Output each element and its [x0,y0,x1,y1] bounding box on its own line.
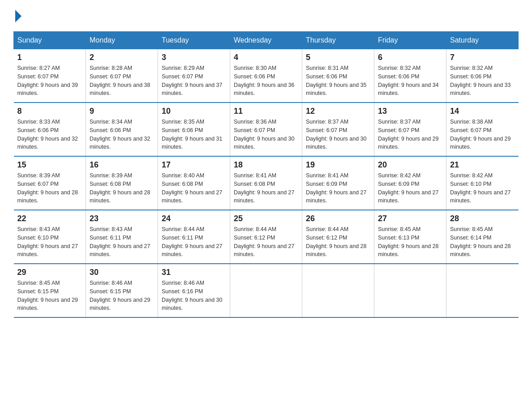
day-number: 7 [450,53,515,62]
day-number: 6 [378,53,442,62]
day-info: Sunrise: 8:43 AMSunset: 6:10 PMDaylight:… [17,226,78,257]
calendar-cell: 13 Sunrise: 8:37 AMSunset: 6:07 PMDaylig… [374,103,446,156]
calendar-cell: 5 Sunrise: 8:31 AMSunset: 6:06 PMDayligh… [302,49,374,103]
day-info: Sunrise: 8:32 AMSunset: 6:06 PMDaylight:… [378,65,439,96]
calendar-cell: 1 Sunrise: 8:27 AMSunset: 6:07 PMDayligh… [14,49,86,103]
day-number: 18 [234,160,298,170]
calendar-cell [446,264,519,317]
weekday-header-thursday: Thursday [302,32,374,49]
day-info: Sunrise: 8:31 AMSunset: 6:06 PMDaylight:… [306,65,367,96]
calendar-cell: 17 Sunrise: 8:40 AMSunset: 6:08 PMDaylig… [158,156,230,210]
day-info: Sunrise: 8:40 AMSunset: 6:08 PMDaylight:… [162,172,223,204]
calendar-cell: 20 Sunrise: 8:42 AMSunset: 6:09 PMDaylig… [374,156,446,210]
calendar-cell: 14 Sunrise: 8:38 AMSunset: 6:07 PMDaylig… [446,103,519,156]
calendar-cell [302,264,374,317]
day-info: Sunrise: 8:42 AMSunset: 6:10 PMDaylight:… [450,172,511,204]
day-info: Sunrise: 8:46 AMSunset: 6:15 PMDaylight:… [90,280,150,311]
day-info: Sunrise: 8:32 AMSunset: 6:06 PMDaylight:… [450,65,511,96]
day-number: 16 [90,160,154,170]
day-number: 3 [162,53,226,62]
calendar-cell: 3 Sunrise: 8:29 AMSunset: 6:07 PMDayligh… [158,49,230,103]
day-number: 29 [17,268,82,277]
day-number: 10 [162,107,226,116]
week-row-4: 22 Sunrise: 8:43 AMSunset: 6:10 PMDaylig… [14,210,519,264]
day-info: Sunrise: 8:35 AMSunset: 6:06 PMDaylight:… [162,119,223,150]
calendar-cell: 23 Sunrise: 8:43 AMSunset: 6:11 PMDaylig… [86,210,158,264]
week-row-2: 8 Sunrise: 8:33 AMSunset: 6:06 PMDayligh… [14,103,519,156]
calendar-cell: 6 Sunrise: 8:32 AMSunset: 6:06 PMDayligh… [374,49,446,103]
calendar-cell: 25 Sunrise: 8:44 AMSunset: 6:12 PMDaylig… [230,210,302,264]
day-info: Sunrise: 8:46 AMSunset: 6:16 PMDaylight:… [162,280,223,311]
day-number: 30 [90,268,154,277]
day-info: Sunrise: 8:44 AMSunset: 6:11 PMDaylight:… [162,226,223,257]
weekday-header-saturday: Saturday [446,32,519,49]
day-info: Sunrise: 8:45 AMSunset: 6:13 PMDaylight:… [378,226,439,257]
day-number: 26 [306,214,370,223]
day-number: 17 [162,160,226,170]
logo [13,9,21,22]
calendar-cell: 10 Sunrise: 8:35 AMSunset: 6:06 PMDaylig… [158,103,230,156]
day-info: Sunrise: 8:33 AMSunset: 6:06 PMDaylight:… [17,119,78,150]
day-info: Sunrise: 8:45 AMSunset: 6:14 PMDaylight:… [450,226,511,257]
day-info: Sunrise: 8:27 AMSunset: 6:07 PMDaylight:… [17,65,78,96]
day-number: 1 [17,53,82,62]
day-info: Sunrise: 8:34 AMSunset: 6:06 PMDaylight:… [90,119,150,150]
day-number: 4 [234,53,298,62]
day-info: Sunrise: 8:29 AMSunset: 6:07 PMDaylight:… [162,65,223,96]
calendar-cell: 31 Sunrise: 8:46 AMSunset: 6:16 PMDaylig… [158,264,230,317]
weekday-header-friday: Friday [374,32,446,49]
day-number: 31 [162,268,226,277]
weekday-header-sunday: Sunday [14,32,86,49]
day-number: 9 [90,107,154,116]
day-info: Sunrise: 8:30 AMSunset: 6:06 PMDaylight:… [234,65,295,96]
day-info: Sunrise: 8:39 AMSunset: 6:07 PMDaylight:… [17,172,78,204]
day-number: 15 [17,160,82,170]
day-info: Sunrise: 8:42 AMSunset: 6:09 PMDaylight:… [378,172,439,204]
logo-arrow-icon [15,10,21,22]
day-info: Sunrise: 8:37 AMSunset: 6:07 PMDaylight:… [378,119,439,150]
day-info: Sunrise: 8:36 AMSunset: 6:07 PMDaylight:… [234,119,295,150]
calendar-cell: 16 Sunrise: 8:39 AMSunset: 6:08 PMDaylig… [86,156,158,210]
calendar-cell: 18 Sunrise: 8:41 AMSunset: 6:08 PMDaylig… [230,156,302,210]
calendar-cell: 22 Sunrise: 8:43 AMSunset: 6:10 PMDaylig… [14,210,86,264]
calendar-cell: 19 Sunrise: 8:41 AMSunset: 6:09 PMDaylig… [302,156,374,210]
calendar-cell: 7 Sunrise: 8:32 AMSunset: 6:06 PMDayligh… [446,49,519,103]
day-info: Sunrise: 8:38 AMSunset: 6:07 PMDaylight:… [450,119,511,150]
calendar-cell: 27 Sunrise: 8:45 AMSunset: 6:13 PMDaylig… [374,210,446,264]
day-number: 21 [450,160,515,170]
weekday-header-wednesday: Wednesday [230,32,302,49]
day-info: Sunrise: 8:43 AMSunset: 6:11 PMDaylight:… [90,226,150,257]
calendar-cell: 21 Sunrise: 8:42 AMSunset: 6:10 PMDaylig… [446,156,519,210]
day-number: 20 [378,160,442,170]
day-number: 12 [306,107,370,116]
calendar-table: SundayMondayTuesdayWednesdayThursdayFrid… [13,31,519,318]
calendar-cell: 28 Sunrise: 8:45 AMSunset: 6:14 PMDaylig… [446,210,519,264]
calendar-cell: 9 Sunrise: 8:34 AMSunset: 6:06 PMDayligh… [86,103,158,156]
day-info: Sunrise: 8:41 AMSunset: 6:08 PMDaylight:… [234,172,295,204]
weekday-header-row: SundayMondayTuesdayWednesdayThursdayFrid… [14,32,519,49]
day-number: 27 [378,214,442,223]
day-number: 13 [378,107,442,116]
day-info: Sunrise: 8:45 AMSunset: 6:15 PMDaylight:… [17,280,78,311]
day-number: 19 [306,160,370,170]
weekday-header-tuesday: Tuesday [158,32,230,49]
day-info: Sunrise: 8:28 AMSunset: 6:07 PMDaylight:… [90,65,150,96]
weekday-header-monday: Monday [86,32,158,49]
calendar-cell: 29 Sunrise: 8:45 AMSunset: 6:15 PMDaylig… [14,264,86,317]
day-number: 8 [17,107,82,116]
day-info: Sunrise: 8:37 AMSunset: 6:07 PMDaylight:… [306,119,367,150]
calendar-cell: 11 Sunrise: 8:36 AMSunset: 6:07 PMDaylig… [230,103,302,156]
day-number: 24 [162,214,226,223]
calendar-cell: 2 Sunrise: 8:28 AMSunset: 6:07 PMDayligh… [86,49,158,103]
calendar-cell: 15 Sunrise: 8:39 AMSunset: 6:07 PMDaylig… [14,156,86,210]
day-info: Sunrise: 8:44 AMSunset: 6:12 PMDaylight:… [306,226,367,257]
week-row-5: 29 Sunrise: 8:45 AMSunset: 6:15 PMDaylig… [14,264,519,317]
day-number: 2 [90,53,154,62]
day-info: Sunrise: 8:41 AMSunset: 6:09 PMDaylight:… [306,172,367,204]
week-row-3: 15 Sunrise: 8:39 AMSunset: 6:07 PMDaylig… [14,156,519,210]
day-number: 22 [17,214,82,223]
day-info: Sunrise: 8:44 AMSunset: 6:12 PMDaylight:… [234,226,295,257]
calendar-cell: 4 Sunrise: 8:30 AMSunset: 6:06 PMDayligh… [230,49,302,103]
calendar-cell: 30 Sunrise: 8:46 AMSunset: 6:15 PMDaylig… [86,264,158,317]
calendar-cell: 24 Sunrise: 8:44 AMSunset: 6:11 PMDaylig… [158,210,230,264]
